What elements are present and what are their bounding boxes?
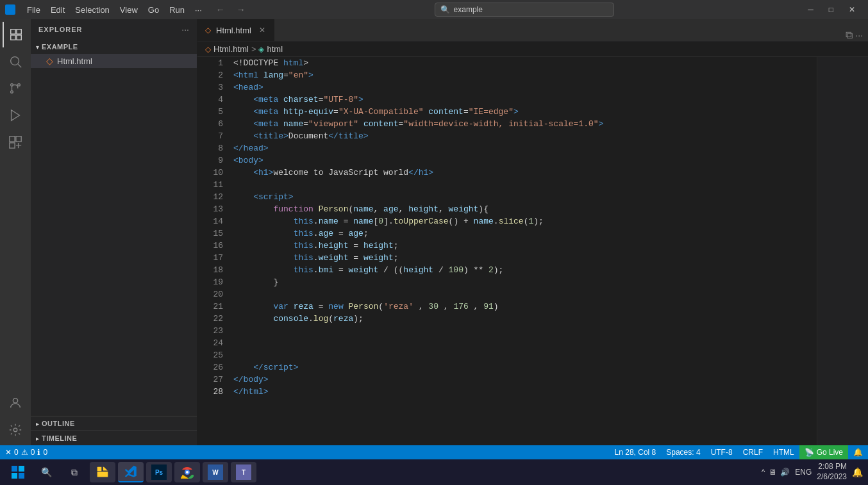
warning-icon: ⚠ — [21, 448, 28, 457]
settings-icon[interactable] — [3, 417, 28, 443]
code-line: this.age = age; — [233, 227, 817, 240]
notification-badge[interactable]: 🔔 — [852, 467, 863, 477]
main-layout: EXPLORER ··· ▾ EXAMPLE ◇ Html.html ▸ OUT… — [0, 19, 868, 445]
svg-rect-2 — [11, 35, 15, 40]
search-icon[interactable] — [3, 49, 28, 74]
nav-forward[interactable]: → — [234, 4, 248, 15]
code-line: <script> — [233, 191, 817, 203]
account-icon[interactable] — [3, 390, 28, 416]
line-number: 3 — [203, 81, 223, 94]
explorer-icon[interactable] — [3, 22, 28, 47]
line-number: 11 — [203, 179, 223, 191]
taskbar-photoshop[interactable]: Ps — [146, 462, 172, 482]
nav-back[interactable]: ← — [213, 4, 228, 15]
timeline-section: ▸ TIMELINE — [31, 431, 197, 445]
split-editor-icon[interactable]: ⧉ — [846, 29, 853, 41]
tab-file-icon: ◇ — [205, 26, 211, 35]
sidebar-more-icon[interactable]: ··· — [181, 24, 189, 35]
breadcrumb-element[interactable]: html — [267, 44, 283, 54]
status-encoding[interactable]: UTF-8 — [706, 445, 738, 459]
line-number: 21 — [203, 300, 223, 313]
svg-rect-10 — [10, 136, 15, 142]
tab-close-icon[interactable]: ✕ — [259, 26, 265, 35]
time: 2:08 PM — [817, 462, 847, 472]
tab-bar: ◇ Html.html ✕ ⧉ ··· — [197, 19, 868, 42]
code-line: <html lang="en"> — [233, 69, 817, 81]
svg-rect-15 — [12, 466, 17, 472]
line-number: 2 — [203, 69, 223, 81]
taskbar-word[interactable]: W — [203, 462, 228, 482]
code-line: <h1>welcome to JavaScript world</h1> — [233, 167, 817, 179]
info-count: 0 — [43, 448, 47, 457]
taskview-icon[interactable]: ⧉ — [62, 462, 87, 482]
code-line: </script> — [233, 361, 817, 374]
window-close[interactable]: ✕ — [841, 0, 863, 19]
eng-indicator[interactable]: ENG — [795, 468, 812, 477]
tray-icons: ^ 🖥 🔊 — [762, 468, 790, 477]
menu-view[interactable]: View — [115, 3, 143, 17]
search-text: example — [454, 5, 483, 14]
code-content[interactable]: <!DOCTYPE html><html lang="en"><head> <m… — [228, 57, 817, 445]
editor-area: ◇ Html.html ✕ ⧉ ··· ◇ Html.html > ◈ html… — [197, 19, 868, 445]
outline-header[interactable]: ▸ OUTLINE — [31, 416, 197, 431]
go-live-button[interactable]: 📡 Go Live — [799, 445, 848, 459]
menu-file[interactable]: File — [22, 3, 46, 17]
code-line: <!DOCTYPE html> — [233, 57, 817, 69]
status-errors[interactable]: ✕ 0 ⚠ 0 ℹ 0 — [0, 445, 53, 459]
status-language[interactable]: HTML — [768, 445, 799, 459]
project-header[interactable]: ▾ EXAMPLE — [31, 40, 197, 54]
search-bar[interactable]: 🔍 example — [255, 3, 794, 17]
extensions-icon[interactable] — [3, 129, 28, 155]
tab-html[interactable]: ◇ Html.html ✕ — [197, 19, 274, 41]
search-taskbar[interactable]: 🔍 — [33, 462, 59, 482]
line-numbers: 1234567891011121314151617181920212223242… — [197, 57, 228, 445]
start-button[interactable] — [5, 462, 31, 482]
line-number: 19 — [203, 276, 223, 288]
menu-selection[interactable]: Selection — [70, 3, 114, 17]
code-line — [233, 325, 817, 337]
status-position[interactable]: Ln 28, Col 8 — [610, 445, 662, 459]
code-line: <title>Document</title> — [233, 130, 817, 142]
menu-go[interactable]: Go — [143, 3, 164, 17]
svg-rect-12 — [10, 143, 15, 148]
svg-rect-1 — [17, 29, 21, 34]
line-number: 26 — [203, 361, 223, 374]
breadcrumb-file[interactable]: Html.html — [213, 44, 249, 54]
window-max[interactable]: □ — [821, 0, 841, 19]
breadcrumb: ◇ Html.html > ◈ html — [197, 42, 868, 57]
line-number: 12 — [203, 191, 223, 203]
code-line: </head> — [233, 142, 817, 154]
line-number: 13 — [203, 203, 223, 215]
notification-icon[interactable]: 🔔 — [848, 445, 868, 459]
window-min[interactable]: ─ — [800, 0, 821, 19]
svg-point-4 — [11, 57, 19, 65]
svg-marker-9 — [12, 110, 20, 121]
menu-bar: File Edit Selection View Go Run ··· — [22, 3, 207, 17]
timeline-header[interactable]: ▸ TIMELINE — [31, 431, 197, 445]
taskbar-explorer[interactable] — [90, 462, 115, 482]
svg-point-20 — [186, 471, 188, 473]
svg-line-5 — [18, 64, 21, 67]
taskbar-teams[interactable]: T — [231, 462, 256, 482]
svg-rect-0 — [11, 29, 15, 34]
sidebar-header: EXPLORER ··· — [31, 19, 197, 40]
svg-rect-17 — [12, 473, 17, 479]
window-controls: ─ □ ✕ — [800, 0, 863, 19]
titlebar: File Edit Selection View Go Run ··· ← → … — [0, 0, 868, 19]
menu-more[interactable]: ··· — [190, 3, 207, 17]
status-spaces[interactable]: Spaces: 4 — [661, 445, 705, 459]
taskbar-vscode[interactable] — [118, 462, 144, 482]
run-debug-icon[interactable] — [3, 103, 28, 128]
html-file-icon: ◇ — [46, 56, 53, 66]
menu-run[interactable]: Run — [164, 3, 190, 17]
breadcrumb-html-icon: ◈ — [258, 45, 264, 54]
info-icon: ℹ — [37, 448, 40, 457]
status-eol[interactable]: CRLF — [738, 445, 768, 459]
more-actions-icon[interactable]: ··· — [855, 30, 863, 40]
minimap — [817, 57, 868, 445]
taskbar-chrome[interactable] — [174, 462, 200, 482]
chevron-right-icon2: ▸ — [36, 435, 39, 442]
menu-edit[interactable]: Edit — [46, 3, 70, 17]
file-item-html[interactable]: ◇ Html.html — [31, 54, 197, 68]
source-control-icon[interactable] — [3, 76, 28, 101]
